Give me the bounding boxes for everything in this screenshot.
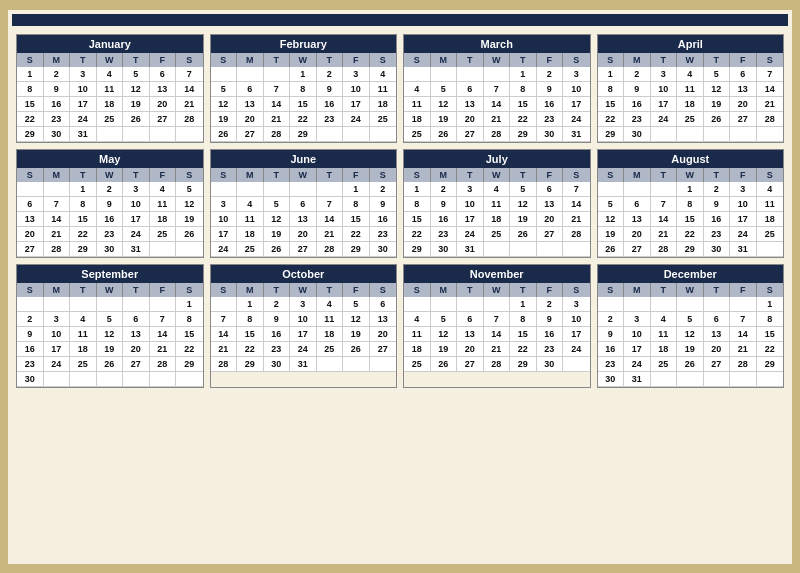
day-cell: 24: [457, 227, 484, 242]
day-cell: 19: [598, 227, 625, 242]
day-cell: 3: [651, 67, 678, 82]
month-header-october: October: [211, 265, 397, 283]
day-cell: 17: [290, 327, 317, 342]
day-cell: 18: [97, 97, 124, 112]
day-cell: 26: [431, 127, 458, 142]
day-cell: 23: [370, 227, 397, 242]
day-cell: 16: [44, 97, 71, 112]
empty-cell: [537, 242, 564, 257]
day-cell: 7: [651, 197, 678, 212]
day-cell: 7: [563, 182, 590, 197]
day-cell: 1: [677, 182, 704, 197]
day-cell: 22: [757, 342, 784, 357]
day-cell: 19: [431, 342, 458, 357]
days-grid: 1234567891011121314151617181920212223242…: [211, 67, 397, 142]
day-cell: 13: [704, 327, 731, 342]
day-cell: 3: [730, 182, 757, 197]
empty-cell: [624, 182, 651, 197]
day-cell: 29: [70, 242, 97, 257]
day-cell: 18: [70, 342, 97, 357]
day-cell: 27: [17, 242, 44, 257]
day-of-week-header: W: [484, 53, 511, 67]
day-cell: 1: [404, 182, 431, 197]
day-cell: 8: [757, 312, 784, 327]
day-cell: 30: [624, 127, 651, 142]
day-cell: 18: [677, 97, 704, 112]
empty-cell: [44, 297, 71, 312]
day-cell: 21: [150, 342, 177, 357]
day-cell: 11: [317, 312, 344, 327]
day-cell: 28: [150, 357, 177, 372]
day-cell: 19: [677, 342, 704, 357]
day-cell: 10: [457, 197, 484, 212]
day-cell: 3: [343, 67, 370, 82]
day-cell: 15: [17, 97, 44, 112]
day-cell: 13: [730, 82, 757, 97]
day-cell: 18: [150, 212, 177, 227]
day-cell: 5: [510, 182, 537, 197]
days-grid: 1234567891011121314151617181920212223242…: [598, 297, 784, 387]
empty-cell: [404, 67, 431, 82]
day-cell: 13: [123, 327, 150, 342]
day-cell: 13: [150, 82, 177, 97]
day-cell: 10: [563, 312, 590, 327]
day-cell: 14: [317, 212, 344, 227]
day-of-week-header: T: [123, 283, 150, 297]
day-cell: 5: [343, 297, 370, 312]
month-block-august: AugustSMTWTFS123456789101112131415161718…: [597, 149, 785, 258]
day-of-week-header: T: [510, 168, 537, 182]
day-of-week-header: W: [97, 53, 124, 67]
day-cell: 19: [510, 212, 537, 227]
empty-cell: [44, 372, 71, 387]
day-cell: 26: [264, 242, 291, 257]
day-cell: 5: [704, 67, 731, 82]
day-cell: 2: [370, 182, 397, 197]
day-cell: 4: [150, 182, 177, 197]
day-cell: 7: [484, 312, 511, 327]
day-cell: 29: [510, 127, 537, 142]
day-cell: 5: [431, 82, 458, 97]
empty-cell: [730, 372, 757, 387]
days-grid: 1234567891011121314151617181920212223242…: [598, 182, 784, 257]
day-cell: 19: [176, 212, 203, 227]
month-block-november: NovemberSMTWTFS1234567891011121314151617…: [403, 264, 591, 388]
day-of-week-header: F: [537, 168, 564, 182]
day-cell: 9: [431, 197, 458, 212]
day-cell: 18: [404, 112, 431, 127]
day-cell: 9: [537, 312, 564, 327]
day-cell: 19: [343, 327, 370, 342]
day-of-week-header: S: [370, 283, 397, 297]
day-cell: 19: [97, 342, 124, 357]
day-cell: 22: [510, 112, 537, 127]
day-cell: 11: [651, 327, 678, 342]
day-cell: 28: [317, 242, 344, 257]
day-of-week-header: T: [264, 168, 291, 182]
day-cell: 6: [237, 82, 264, 97]
day-cell: 25: [237, 242, 264, 257]
empty-cell: [237, 182, 264, 197]
day-cell: 4: [404, 312, 431, 327]
day-cell: 21: [211, 342, 238, 357]
month-header-june: June: [211, 150, 397, 168]
empty-cell: [730, 127, 757, 142]
empty-cell: [123, 297, 150, 312]
day-cell: 16: [97, 212, 124, 227]
day-of-week-header: S: [176, 283, 203, 297]
month-header-september: September: [17, 265, 203, 283]
day-of-week-header: T: [704, 283, 731, 297]
day-cell: 17: [123, 212, 150, 227]
day-cell: 4: [677, 67, 704, 82]
day-cell: 7: [484, 82, 511, 97]
day-cell: 7: [317, 197, 344, 212]
day-cell: 27: [730, 112, 757, 127]
day-cell: 21: [484, 112, 511, 127]
day-cell: 16: [431, 212, 458, 227]
empty-cell: [17, 297, 44, 312]
day-cell: 21: [563, 212, 590, 227]
day-cell: 1: [176, 297, 203, 312]
day-cell: 19: [123, 97, 150, 112]
empty-cell: [317, 357, 344, 372]
day-of-week-header: F: [537, 283, 564, 297]
day-cell: 4: [757, 182, 784, 197]
day-cell: 9: [370, 197, 397, 212]
